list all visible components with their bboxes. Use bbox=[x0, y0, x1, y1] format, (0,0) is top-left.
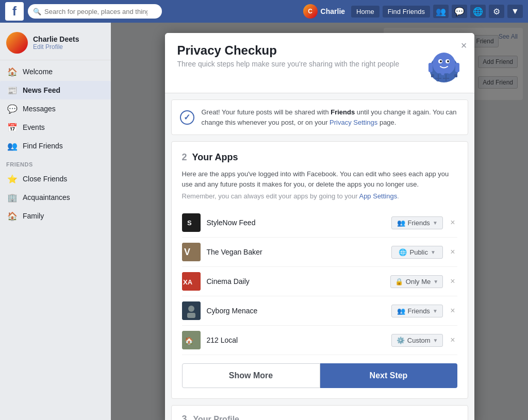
svg-rect-9 bbox=[455, 63, 459, 72]
step-3-title: Your Profile bbox=[193, 415, 240, 421]
lock-icon: 🔒 bbox=[395, 278, 403, 285]
nav-user[interactable]: C Charlie bbox=[303, 4, 345, 19]
svg-point-4 bbox=[440, 60, 442, 62]
sidebar-item-news-feed[interactable]: 📰 News Feed bbox=[0, 81, 111, 99]
modal-title: Privacy Checkup bbox=[177, 43, 416, 58]
app-row-cyborg: Cyborg Menace 👥 Friends ▼ × bbox=[182, 296, 457, 326]
remove-app-stylenow[interactable]: × bbox=[448, 218, 457, 227]
profile-name: Charlie Deets bbox=[33, 35, 79, 43]
svg-text:V: V bbox=[184, 247, 190, 257]
next-step-button[interactable]: Next Step bbox=[320, 363, 457, 388]
settings-icon[interactable]: ⚙ bbox=[489, 5, 504, 18]
sidebar: Charlie Deets Edit Profile 🏠 Welcome 📰 N… bbox=[0, 23, 111, 420]
app-name-vegan: The Vegan Baker bbox=[207, 248, 392, 256]
events-icon: 📅 bbox=[6, 121, 19, 133]
svg-point-1 bbox=[433, 53, 455, 75]
sidebar-item-find-friends[interactable]: 👥 Find Friends bbox=[0, 137, 111, 155]
app-icon-cyborg bbox=[182, 301, 201, 320]
welcome-icon: 🏠 bbox=[6, 65, 19, 78]
sidebar-item-events[interactable]: 📅 Events bbox=[0, 118, 111, 137]
checkmark-icon: ✓ bbox=[184, 112, 190, 122]
top-navigation: f 🔍 C Charlie Home Find Friends 👥 💬 🌐 ⚙ … bbox=[0, 0, 528, 23]
globe-icon: 🌐 bbox=[399, 248, 407, 256]
app-row-stylenow: S StyleNow Feed 👥 Friends ▼ × bbox=[182, 208, 457, 238]
step-2-settings-note: Remember, you can always edit your apps … bbox=[182, 192, 457, 200]
privacy-select-cyborg[interactable]: 👥 Friends ▼ bbox=[391, 305, 443, 317]
dropdown-arrow: ▼ bbox=[433, 279, 438, 284]
dropdown-arrow: ▼ bbox=[431, 249, 436, 255]
sidebar-item-label: Welcome bbox=[23, 68, 53, 76]
svg-rect-23 bbox=[187, 313, 195, 318]
friends-bold: Friends bbox=[331, 108, 355, 116]
svg-point-5 bbox=[447, 60, 449, 62]
search-input[interactable] bbox=[44, 8, 147, 15]
sidebar-profile[interactable]: Charlie Deets Edit Profile bbox=[0, 28, 111, 60]
privacy-select-vegan[interactable]: 🌐 Public ▼ bbox=[391, 246, 443, 259]
remove-app-cyborg[interactable]: × bbox=[448, 306, 457, 315]
svg-rect-8 bbox=[428, 63, 433, 72]
privacy-label-vegan: Public bbox=[409, 248, 427, 256]
step-3-number: 3 bbox=[182, 414, 187, 420]
svg-text:XA: XA bbox=[183, 278, 193, 286]
privacy-select-cinema[interactable]: 🔒 Only Me ▼ bbox=[390, 275, 443, 288]
close-button[interactable]: × bbox=[461, 40, 467, 51]
mascot-illustration bbox=[416, 43, 462, 85]
modal-subtitle: Three quick steps help make sure you're … bbox=[177, 60, 416, 68]
sidebar-item-family[interactable]: 🏠 Family bbox=[0, 207, 111, 225]
profile-edit-link[interactable]: Edit Profile bbox=[33, 43, 79, 51]
svg-rect-11 bbox=[454, 74, 457, 77]
nav-username: Charlie bbox=[321, 7, 345, 15]
dropdown-icon[interactable]: ▼ bbox=[507, 5, 523, 18]
page-wrap: Charlie Deets Edit Profile 🏠 Welcome 📰 N… bbox=[0, 0, 528, 420]
home-button[interactable]: Home bbox=[351, 6, 380, 18]
facebook-logo: f bbox=[5, 2, 24, 21]
fb-letter: f bbox=[12, 5, 16, 18]
messages-icon[interactable]: 💬 bbox=[452, 5, 467, 18]
family-icon: 🏠 bbox=[6, 210, 19, 222]
sidebar-item-label: Acquaintances bbox=[23, 193, 70, 201]
friends-section-header: FRIENDS bbox=[0, 155, 111, 170]
show-more-button[interactable]: Show More bbox=[182, 363, 320, 388]
step-2-title: Your Apps bbox=[192, 152, 238, 163]
find-friends-button[interactable]: Find Friends bbox=[383, 6, 430, 18]
app-name-cinema: Cinema Daily bbox=[207, 277, 390, 285]
step-2-active: 2 Your Apps Here are the apps you've log… bbox=[171, 141, 468, 399]
dropdown-arrow: ▼ bbox=[433, 338, 438, 343]
sidebar-item-welcome[interactable]: 🏠 Welcome bbox=[0, 62, 111, 81]
remove-app-cinema[interactable]: × bbox=[448, 277, 457, 286]
nav-avatar: C bbox=[303, 4, 318, 19]
privacy-select-stylenow[interactable]: 👥 Friends ▼ bbox=[391, 216, 443, 229]
sidebar-item-messages[interactable]: 💬 Messages bbox=[0, 99, 111, 118]
app-name-stylenow: StyleNow Feed bbox=[207, 219, 392, 227]
main-content: See All Add Friend Add Friend Add Friend bbox=[111, 23, 528, 420]
sidebar-item-acquaintances[interactable]: 🏢 Acquaintances bbox=[0, 188, 111, 207]
search-icon: 🔍 bbox=[33, 8, 41, 15]
step-2-header: 2 Your Apps bbox=[182, 152, 457, 163]
check-circle: ✓ bbox=[180, 110, 194, 125]
notifications-icon[interactable]: 🌐 bbox=[470, 5, 486, 18]
friend-requests-icon[interactable]: 👥 bbox=[433, 5, 449, 18]
remove-app-vegan[interactable]: × bbox=[448, 247, 457, 257]
privacy-label-stylenow: Friends bbox=[408, 219, 430, 227]
app-row-local: 🏠 212 Local ⚙️ Custom ▼ × bbox=[182, 326, 457, 355]
news-feed-icon: 📰 bbox=[6, 84, 19, 96]
svg-text:🏠: 🏠 bbox=[185, 337, 194, 345]
sidebar-item-label: Messages bbox=[23, 105, 56, 113]
profile-info: Charlie Deets Edit Profile bbox=[33, 35, 79, 51]
privacy-label-local: Custom bbox=[407, 337, 431, 344]
privacy-select-local[interactable]: ⚙️ Custom ▼ bbox=[391, 334, 443, 347]
close-friends-icon: ⭐ bbox=[6, 173, 19, 185]
app-icon-local: 🏠 bbox=[182, 331, 201, 349]
svg-point-22 bbox=[188, 306, 194, 312]
search-bar[interactable]: 🔍 bbox=[28, 4, 162, 19]
remove-app-local[interactable]: × bbox=[448, 335, 457, 345]
nav-right: C Charlie Home Find Friends 👥 💬 🌐 ⚙ ▼ bbox=[303, 4, 523, 19]
sidebar-item-label: Find Friends bbox=[23, 142, 63, 150]
step-1-completed: ✓ Great! Your future posts will be share… bbox=[171, 99, 468, 135]
step-1-text: Great! Your future posts will be shared … bbox=[202, 107, 459, 127]
app-settings-link[interactable]: App Settings bbox=[359, 192, 397, 200]
privacy-settings-link[interactable]: Privacy Settings bbox=[329, 119, 377, 126]
app-name-cyborg: Cyborg Menace bbox=[207, 307, 392, 315]
sidebar-item-close-friends[interactable]: ⭐ Close Friends bbox=[0, 170, 111, 188]
privacy-label-cinema: Only Me bbox=[406, 278, 431, 285]
